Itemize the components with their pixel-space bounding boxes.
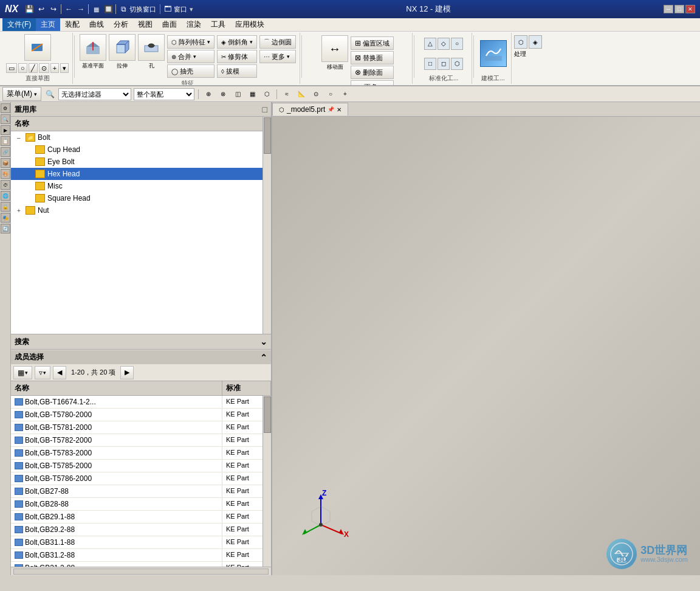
cmd-icon-10[interactable]: + (339, 88, 351, 100)
model-tab[interactable]: ⬡ _model5.prt 📌 ✕ (272, 103, 348, 116)
win-close-btn[interactable]: ✕ (685, 5, 695, 13)
sb-icon-7[interactable]: ⏱ (1, 180, 10, 190)
table-row[interactable]: Bolt,GB29.2-88 KE Part (11, 524, 271, 536)
cmd-icon-6[interactable]: ≈ (281, 88, 293, 100)
window-label[interactable]: 窗口 (174, 5, 187, 14)
menu-render[interactable]: 渲染 (182, 18, 206, 31)
cmd-icon-9[interactable]: ○ (324, 88, 337, 100)
table-row[interactable]: Bolt,GB28-88 KE Part (11, 498, 271, 511)
search-arrow[interactable]: ⌄ (260, 337, 267, 347)
center-circle-btn[interactable]: ⊙ (39, 63, 49, 73)
table-row[interactable]: Bolt,GB-T5782-2000 KE Part (11, 434, 271, 447)
nut-expand-icon[interactable]: + (17, 207, 24, 214)
std-icon-5[interactable]: ◻ (437, 58, 450, 70)
table-row[interactable]: Bolt,GB29.1-88 KE Part (11, 511, 271, 524)
union-btn[interactable]: ⊕ 合并 ▾ (167, 50, 214, 63)
process-label[interactable]: 处理 (514, 50, 526, 58)
sb-icon-11[interactable]: 🔄 (1, 224, 10, 233)
more-sync-btn[interactable]: ⋯ 更多 ▾ (351, 80, 394, 86)
std-icon-4[interactable]: □ (424, 58, 436, 70)
cmd-icon-8[interactable]: ⊙ (310, 88, 322, 100)
array-feature-btn[interactable]: ⬡ 阵列特征 ▾ (167, 35, 214, 49)
reuse-lib-header[interactable]: 重用库 □ (11, 102, 271, 117)
shell-btn[interactable]: ◯ 抽壳 (167, 64, 214, 78)
sb-icon-6[interactable]: 🎨 (1, 169, 10, 179)
extrude-btn[interactable] (109, 34, 136, 61)
save-icon[interactable]: 💾 (23, 3, 35, 15)
filter-icon[interactable]: 🔍 (44, 88, 56, 100)
sb-icon-2[interactable]: ▶ (1, 125, 10, 135)
bolt-expand-icon[interactable]: – (17, 134, 24, 141)
cmd-icon-1[interactable]: ⊕ (202, 88, 214, 100)
menu-assembly[interactable]: 装配 (60, 18, 84, 31)
more-sketch-btn[interactable]: ▾ (60, 63, 69, 73)
tree-item-bolt[interactable]: – 📁 Bolt (11, 131, 271, 143)
more-feature-btn[interactable]: ⋯ 更多 ▾ (259, 50, 296, 63)
grid-view-btn[interactable]: ▦ ▾ (13, 366, 32, 379)
hole-btn[interactable] (138, 34, 165, 61)
base-plane-btn[interactable] (80, 34, 106, 61)
table-row[interactable]: Bolt,GB-T5780-2000 KE Part (11, 409, 271, 421)
sb-icon-3[interactable]: 📋 (1, 136, 10, 146)
tree-item-hex-head[interactable]: Hex Head (11, 168, 271, 180)
grid-dropdown[interactable]: ▾ (25, 370, 28, 376)
menu-surface[interactable]: 曲面 (157, 18, 182, 31)
member-header[interactable]: 成员选择 ⌃ (11, 350, 271, 364)
filter-select[interactable]: 无选择过滤器 (58, 88, 131, 100)
menu-curve[interactable]: 曲线 (84, 18, 109, 31)
redo-icon[interactable]: ↪ (47, 3, 60, 15)
menu-file[interactable]: 文件(F) (2, 18, 36, 31)
tree-scrollbar-thumb[interactable] (264, 117, 271, 154)
filter-dropdown[interactable]: ▾ (43, 370, 46, 376)
sb-icon-1[interactable]: 🔍 (1, 114, 10, 124)
prev-page-btn[interactable]: ◀ (53, 366, 66, 379)
toolbar-icon-2[interactable]: → (75, 3, 87, 15)
tree-item-nut[interactable]: + Nut (11, 204, 271, 216)
table-row[interactable]: Bolt,GB31.2-88 KE Part (11, 549, 271, 562)
filter-btn[interactable]: ▿ ▾ (35, 366, 50, 379)
sb-icon-9[interactable]: 🔒 (1, 202, 10, 212)
menu-home[interactable]: 主页 (36, 18, 60, 31)
draft-btn[interactable]: ◊ 拔模 (217, 64, 257, 78)
sb-icon-8[interactable]: 🌐 (1, 191, 10, 201)
offset-region-btn[interactable]: ⊞ 偏置区域 (351, 36, 394, 50)
tree-item-cup-head[interactable]: Cup Head (11, 143, 271, 156)
sketch-btn[interactable] (24, 34, 51, 61)
cmd-icon-3[interactable]: ◫ (232, 88, 244, 100)
menu-analysis[interactable]: 分析 (109, 18, 133, 31)
replace-face-btn[interactable]: ⊠ 替换面 (351, 51, 394, 64)
table-row[interactable]: Bolt,GB-T5786-2000 KE Part (11, 472, 271, 485)
horiz-scroll-track[interactable] (13, 569, 269, 575)
line-btn[interactable]: ╱ (29, 63, 38, 73)
member-scrollbar-thumb[interactable] (264, 396, 271, 433)
search-header[interactable]: 搜索 ⌄ (11, 334, 271, 349)
member-arrow[interactable]: ⌃ (260, 353, 267, 362)
toolbar-icon-3[interactable]: ▦ (90, 3, 102, 15)
table-row[interactable]: Bolt,GB31.1-88 KE Part (11, 536, 271, 549)
tree-scrollbar[interactable] (262, 117, 271, 334)
cmd-icon-5[interactable]: ⬡ (261, 88, 273, 100)
tree-item-eye-bolt[interactable]: Eye Bolt (11, 156, 271, 168)
menu-dropdown[interactable]: 菜单(M)▾ (2, 87, 41, 101)
cmd-icon-2[interactable]: ⊗ (217, 88, 229, 100)
sb-icon-5[interactable]: 📦 (1, 158, 10, 168)
switch-window-label[interactable]: 切换窗口 (129, 5, 156, 14)
tree-item-square-head[interactable]: Square Head (11, 192, 271, 204)
std-icon-6[interactable]: ⬡ (451, 58, 463, 70)
plus-btn[interactable]: + (50, 63, 59, 73)
std-icon-2[interactable]: ◇ (437, 38, 450, 50)
rect-btn[interactable]: ▭ (6, 63, 17, 73)
std-icon-1[interactable]: △ (424, 38, 436, 50)
viewport[interactable]: Z X (272, 117, 700, 575)
table-row[interactable]: Bolt,GB-T5781-2000 KE Part (11, 421, 271, 434)
surface-btn[interactable] (480, 40, 507, 67)
window-icon[interactable]: 🗔 (162, 3, 174, 15)
settings-icon[interactable]: ⚙ (1, 103, 10, 113)
menu-view[interactable]: 视图 (133, 18, 157, 31)
undo-icon[interactable]: ↩ (35, 3, 47, 15)
menu-appmodule[interactable]: 应用模块 (230, 18, 269, 31)
cmd-icon-7[interactable]: 📐 (295, 88, 307, 100)
tree-item-misc[interactable]: Misc (11, 180, 271, 192)
table-row[interactable]: Bolt,GB-T16674.1-2... KE Part (11, 396, 271, 409)
win-max-btn[interactable]: □ (674, 5, 684, 13)
